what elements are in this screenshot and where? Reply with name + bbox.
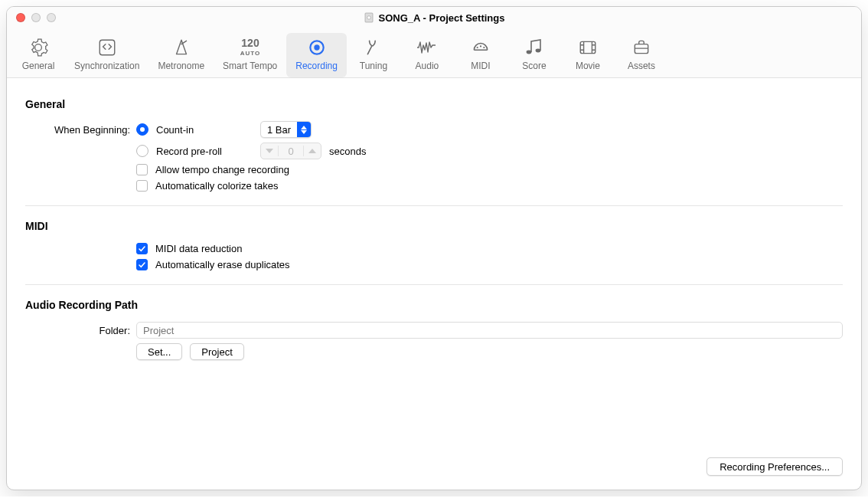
preroll-stepper[interactable]: 0 <box>260 143 321 159</box>
preroll-value: 0 <box>279 146 303 157</box>
tuning-fork-icon <box>364 36 383 59</box>
tab-assets[interactable]: Assets <box>615 33 668 77</box>
window-title: SONG_A - Project Settings <box>379 12 505 24</box>
preroll-label: Record pre-roll <box>156 146 253 157</box>
tab-metronome[interactable]: Metronome <box>148 33 214 77</box>
midi-data-reduction-checkbox[interactable] <box>136 243 148 254</box>
folder-field[interactable] <box>136 322 843 339</box>
allow-tempo-change-label: Allow tempo change recording <box>155 164 289 175</box>
chevron-down-icon[interactable] <box>261 143 278 159</box>
score-icon <box>523 36 546 59</box>
toolbar: General Synchronization Metronome 120 AU… <box>7 28 861 78</box>
svg-text:120: 120 <box>241 38 259 49</box>
tab-tuning[interactable]: Tuning <box>347 33 400 77</box>
midi-data-reduction-label: MIDI data reduction <box>155 243 242 254</box>
film-icon <box>578 36 598 59</box>
tab-smart-tempo[interactable]: 120 AUTO Smart Tempo <box>214 33 286 77</box>
svg-point-9 <box>483 47 485 48</box>
waveform-icon <box>416 36 439 59</box>
section-title-general: General <box>25 98 843 110</box>
tab-label: Metronome <box>158 61 204 71</box>
content: General When Beginning: Count-in 1 Bar <box>7 78 861 490</box>
traffic-lights <box>7 13 56 22</box>
settings-window: SONG_A - Project Settings General Synchr… <box>6 6 862 490</box>
project-button[interactable]: Project <box>190 343 243 360</box>
count-in-popup-value: 1 Bar <box>261 124 297 136</box>
tab-synchronization[interactable]: Synchronization <box>65 33 148 77</box>
when-beginning-label: When Beginning: <box>25 124 136 136</box>
record-icon <box>307 36 327 59</box>
tab-label: Audio <box>416 61 439 71</box>
tab-audio[interactable]: Audio <box>400 33 454 77</box>
maximize-button[interactable] <box>47 13 56 22</box>
svg-rect-0 <box>365 13 373 22</box>
tab-label: Recording <box>295 61 338 71</box>
count-in-popup[interactable]: 1 Bar <box>260 121 312 138</box>
tab-label: Assets <box>628 61 655 71</box>
erase-duplicates-checkbox[interactable] <box>136 259 148 270</box>
document-icon <box>364 12 374 23</box>
divider <box>25 284 843 285</box>
tab-label: Movie <box>576 61 600 71</box>
minimize-button[interactable] <box>31 13 41 22</box>
auto-colorize-label: Automatically colorize takes <box>155 180 278 192</box>
tab-label: Score <box>522 61 546 71</box>
briefcase-icon <box>631 36 651 59</box>
svg-point-8 <box>480 45 481 47</box>
tab-label: Tuning <box>360 61 387 71</box>
count-in-label: Count-in <box>156 124 253 136</box>
tab-recording[interactable]: Recording <box>286 33 347 77</box>
tab-movie[interactable]: Movie <box>561 33 615 77</box>
tab-label: General <box>22 61 55 71</box>
chevron-up-icon[interactable] <box>304 143 321 159</box>
tab-score[interactable]: Score <box>507 33 561 77</box>
allow-tempo-change-checkbox[interactable] <box>136 164 148 175</box>
tab-label: Smart Tempo <box>223 61 277 71</box>
close-button[interactable] <box>16 13 25 22</box>
midi-icon <box>471 36 491 59</box>
folder-label: Folder: <box>25 325 136 336</box>
svg-rect-2 <box>100 40 115 55</box>
preroll-radio[interactable] <box>136 145 148 157</box>
recording-preferences-button[interactable]: Recording Preferences... <box>706 457 843 476</box>
svg-text:AUTO: AUTO <box>240 50 260 57</box>
gear-icon <box>28 36 48 59</box>
divider <box>25 205 843 206</box>
tab-midi[interactable]: MIDI <box>454 33 507 77</box>
preroll-unit: seconds <box>329 146 366 157</box>
section-title-path: Audio Recording Path <box>25 299 843 311</box>
titlebar: SONG_A - Project Settings <box>7 7 861 28</box>
svg-point-6 <box>314 44 319 50</box>
tab-general[interactable]: General <box>11 33 65 77</box>
svg-rect-12 <box>580 41 596 53</box>
tab-label: MIDI <box>471 61 490 71</box>
metronome-icon <box>171 36 191 59</box>
window-title-wrap: SONG_A - Project Settings <box>7 12 861 24</box>
svg-point-1 <box>367 16 370 19</box>
smart-tempo-icon: 120 AUTO <box>233 36 267 59</box>
auto-colorize-checkbox[interactable] <box>136 180 148 192</box>
erase-duplicates-label: Automatically erase duplicates <box>155 259 290 270</box>
count-in-radio[interactable] <box>136 123 148 136</box>
tab-label: Synchronization <box>74 61 139 71</box>
sync-icon <box>97 36 117 59</box>
section-title-midi: MIDI <box>25 220 843 232</box>
updown-icon <box>297 122 311 137</box>
set-button[interactable]: Set... <box>136 343 182 360</box>
svg-point-7 <box>477 47 478 48</box>
